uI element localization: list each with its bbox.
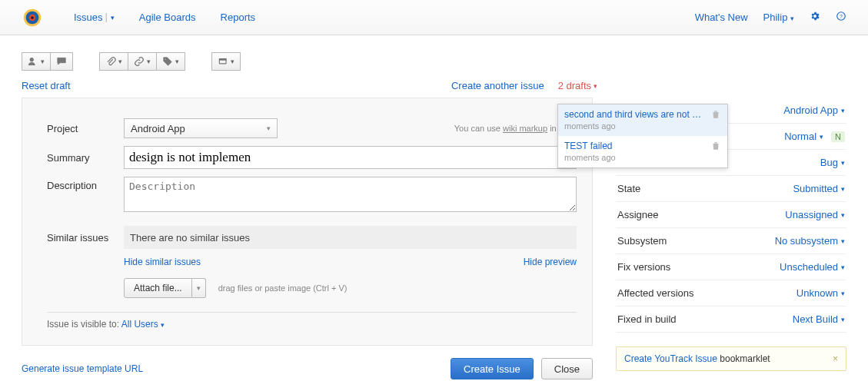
property-value[interactable]: Unassigned▾ — [785, 209, 845, 220]
draft-title[interactable]: TEST failed — [564, 141, 706, 151]
create-another-issue-link[interactable]: Create another issue — [451, 80, 544, 91]
svg-point-6 — [30, 58, 34, 61]
hide-similar-link[interactable]: Hide similar issues — [124, 257, 201, 267]
link-toolbar-button[interactable]: ▾ — [128, 52, 157, 71]
draft-item[interactable]: TEST failed moments ago — [558, 136, 727, 167]
property-row: StateSubmitted▾ — [616, 176, 846, 202]
property-value[interactable]: Android App▾ — [783, 104, 845, 116]
whats-new-link[interactable]: What's New — [695, 12, 748, 23]
tag-toolbar-button[interactable]: ▾ — [157, 52, 185, 71]
property-value[interactable]: No subsystem▾ — [775, 235, 845, 247]
project-select[interactable]: Android App▾ — [124, 118, 278, 138]
priority-badge: N — [831, 131, 845, 142]
app-header: Issues│▾ Agile Boards Reports What's New… — [0, 0, 868, 35]
attach-hint: drag files or paste image (Ctrl + V) — [218, 283, 348, 293]
svg-text:?: ? — [840, 14, 843, 19]
close-button[interactable]: Close — [541, 358, 593, 379]
trash-icon[interactable] — [710, 141, 721, 154]
visibility-button[interactable]: ▾ — [22, 52, 51, 71]
property-label: Subsystem — [617, 235, 667, 247]
property-value[interactable]: Next Build▾ — [793, 313, 845, 325]
generate-template-url-link[interactable]: Generate issue template URL — [22, 363, 143, 374]
help-icon[interactable]: ? — [836, 11, 846, 24]
property-label: State — [617, 183, 640, 194]
close-icon[interactable]: × — [833, 353, 838, 364]
property-row: SubsystemNo subsystem▾ — [616, 228, 846, 254]
svg-point-7 — [165, 58, 166, 60]
property-label: Affected versions — [617, 287, 693, 299]
top-nav: Issues│▾ Agile Boards Reports — [74, 12, 255, 23]
drafts-dropdown[interactable]: 2 drafts▾ — [558, 80, 597, 91]
similar-issues-panel: There are no similar issues — [124, 226, 577, 249]
property-row: AssigneeUnassigned▾ — [616, 202, 846, 228]
property-row: Fix versionsUnscheduled▾ — [616, 254, 846, 280]
drafts-panel: second and third views are not … moments… — [557, 104, 728, 168]
description-textarea[interactable] — [124, 177, 577, 212]
bookmarklet-banner: Create YouTrack Issue bookmarklet × — [616, 346, 846, 371]
trash-icon[interactable] — [710, 109, 721, 122]
similar-issues-label: Similar issues — [47, 232, 124, 244]
visibility-value[interactable]: All Users ▾ — [121, 319, 165, 330]
comment-button[interactable] — [51, 52, 73, 71]
attach-file-button[interactable]: Attach file... ▾ — [124, 278, 206, 298]
bookmarklet-link[interactable]: Create YouTrack Issue — [624, 353, 717, 364]
nav-reports[interactable]: Reports — [221, 12, 256, 23]
summary-input[interactable] — [124, 146, 577, 169]
svg-point-3 — [31, 16, 34, 19]
summary-label: Summary — [47, 152, 124, 164]
attach-toolbar-button[interactable]: ▾ — [99, 52, 128, 71]
nav-agile-boards[interactable]: Agile Boards — [139, 12, 196, 23]
draft-time: moments ago — [564, 121, 616, 131]
property-value[interactable]: Submitted▾ — [793, 183, 845, 194]
description-label: Description — [47, 177, 124, 191]
user-menu[interactable]: Philip ▾ — [763, 12, 794, 23]
draft-item[interactable]: second and third views are not … moments… — [558, 104, 727, 136]
wiki-markup-link[interactable]: wiki markup — [503, 124, 547, 133]
property-label: Assignee — [617, 209, 658, 220]
hide-preview-link[interactable]: Hide preview — [524, 257, 577, 267]
draft-time: moments ago — [564, 153, 616, 162]
visibility-row: Issue is visible to: All Users ▾ — [47, 319, 577, 330]
property-label: Fix versions — [617, 261, 670, 273]
new-issue-form: Project Android App▾ You can use wiki ma… — [22, 98, 592, 345]
svg-rect-9 — [219, 59, 226, 61]
app-logo[interactable] — [22, 7, 43, 28]
reset-draft-link[interactable]: Reset draft — [22, 80, 71, 91]
property-value[interactable]: Bug▾ — [820, 157, 845, 168]
property-value[interactable]: Normal▾ — [784, 131, 823, 142]
nav-issues[interactable]: Issues│▾ — [74, 12, 115, 23]
project-label: Project — [47, 123, 124, 134]
header-right: What's New Philip ▾ ? — [695, 11, 846, 24]
property-row: Affected versionsUnknown▾ — [616, 280, 846, 307]
property-value[interactable]: Unscheduled▾ — [780, 261, 845, 273]
create-issue-button[interactable]: Create Issue — [451, 358, 534, 379]
issue-toolbar: ▾ ▾ ▾ ▾ ▾ — [22, 45, 846, 81]
clone-toolbar-button[interactable]: ▾ — [211, 52, 241, 71]
property-label: Fixed in build — [617, 313, 677, 325]
property-row: Fixed in buildNext Build▾ — [616, 307, 846, 333]
property-value[interactable]: Unknown▾ — [796, 287, 845, 299]
draft-title[interactable]: second and third views are not … — [564, 109, 706, 120]
settings-icon[interactable] — [810, 11, 820, 24]
